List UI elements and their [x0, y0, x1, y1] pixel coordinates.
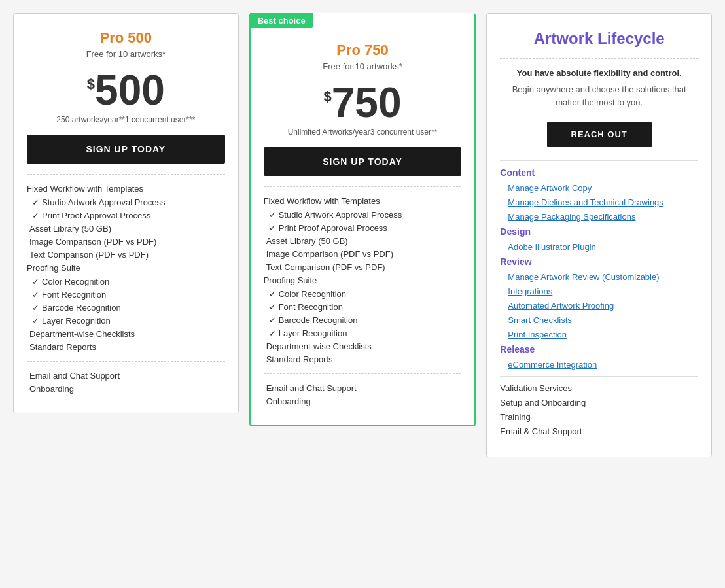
check-icon: ✓	[32, 198, 39, 207]
pro750-barcode-recognition: ✓Barcode Recognition	[264, 315, 462, 325]
pro750-dept-checklists: Department-wise Checklists	[264, 341, 462, 351]
pro750-proofing-label: Proofing Suite	[264, 275, 462, 285]
best-choice-badge: Best choice	[250, 13, 313, 28]
lifecycle-print-inspection[interactable]: Print Inspection	[500, 330, 698, 339]
reach-out-button[interactable]: REACH OUT	[547, 122, 652, 147]
check-icon: ✓	[269, 210, 276, 220]
pro750-standard-reports: Standard Reports	[264, 355, 462, 364]
pricing-container: Pro 500 Free for 10 artworks* $ 500 250 …	[13, 13, 712, 457]
pro500-color-recognition: ✓Color Recognition	[27, 277, 225, 286]
lifecycle-tagline: You have absolute flexibility and contro…	[500, 68, 698, 78]
pro500-card: Pro 500 Free for 10 artworks* $ 500 250 …	[13, 13, 239, 413]
lifecycle-manage-packaging[interactable]: Manage Packaging Specifications	[500, 212, 698, 222]
pro750-title: Pro 750	[264, 29, 462, 59]
pro750-onboarding: Onboarding	[264, 396, 462, 406]
lifecycle-review-title: Review	[500, 256, 698, 267]
lifecycle-design-title: Design	[500, 226, 698, 237]
pro500-proofing-label: Proofing Suite	[27, 263, 225, 273]
pro500-studio-approval: ✓Studio Artwork Approval Process	[27, 198, 225, 207]
pro500-image-comparison: Image Comparison (PDF vs PDF)	[27, 237, 225, 247]
pro750-subtitle: Free for 10 artworks*	[264, 61, 462, 71]
check-icon: ✓	[269, 289, 276, 299]
lifecycle-title: Artwork Lifecycle	[500, 29, 698, 48]
lifecycle-desc: Begin anywhere and choose the solutions …	[500, 83, 698, 109]
pro750-color-recognition: ✓Color Recognition	[264, 289, 462, 299]
check-icon: ✓	[32, 316, 39, 326]
lifecycle-card: Artwork Lifecycle You have absolute flex…	[486, 13, 712, 457]
pro750-amount: 750	[332, 82, 402, 124]
check-icon: ✓	[269, 302, 276, 312]
pro500-font-recognition: ✓Font Recognition	[27, 290, 225, 300]
lifecycle-manage-artwork-copy[interactable]: Manage Artwork Copy	[500, 183, 698, 193]
lifecycle-ecommerce[interactable]: eCommerce Integration	[500, 360, 698, 370]
check-icon: ✓	[269, 328, 276, 338]
pro500-price-desc: 250 artworks/year**1 concurrent user***	[27, 115, 225, 124]
lifecycle-automated-proofing[interactable]: Automated Artwork Proofing	[500, 301, 698, 311]
lifecycle-divider-top	[500, 58, 698, 59]
pro750-email-support: Email and Chat Support	[264, 383, 462, 393]
pro500-amount: 500	[95, 69, 165, 111]
pro750-fixed-workflow-label: Fixed Workflow with Templates	[264, 196, 462, 206]
pro500-barcode-recognition: ✓Barcode Recognition	[27, 303, 225, 313]
pro500-dept-checklists: Department-wise Checklists	[27, 329, 225, 339]
check-icon: ✓	[269, 315, 276, 325]
pro750-text-comparison: Text Comparison (PDF vs PDF)	[264, 262, 462, 272]
pro750-studio-approval: ✓Studio Artwork Approval Process	[264, 210, 462, 220]
pro500-standard-reports: Standard Reports	[27, 342, 225, 352]
lifecycle-validation-services: Validation Services	[500, 383, 698, 393]
pro750-asset-library: Asset Library (50 GB)	[264, 236, 462, 246]
pro750-divider-top	[264, 186, 462, 187]
check-icon: ✓	[32, 211, 39, 220]
pro500-layer-recognition: ✓Layer Recognition	[27, 316, 225, 326]
check-icon: ✓	[32, 303, 39, 313]
lifecycle-setup-onboarding: Setup and Onboarding	[500, 398, 698, 407]
pro500-fixed-workflow-label: Fixed Workflow with Templates	[27, 184, 225, 194]
pro500-title: Pro 500	[27, 29, 225, 46]
pro750-card: Best choice Pro 750 Free for 10 artworks…	[249, 13, 476, 426]
pro750-font-recognition: ✓Font Recognition	[264, 302, 462, 312]
pro500-asset-library: Asset Library (50 GB)	[27, 224, 225, 233]
pro500-onboarding: Onboarding	[27, 384, 225, 394]
pro500-price-row: $ 500	[27, 69, 225, 111]
lifecycle-manage-dielines[interactable]: Manage Dielines and Technical Drawings	[500, 198, 698, 207]
check-icon: ✓	[32, 290, 39, 300]
check-icon: ✓	[32, 277, 39, 286]
lifecycle-integrations[interactable]: Integrations	[500, 286, 698, 296]
pro750-divider-bottom	[264, 373, 462, 374]
pro500-signup-button[interactable]: SIGN UP TODAY	[27, 135, 225, 164]
lifecycle-training: Training	[500, 412, 698, 422]
pro750-print-proof: ✓Print Proof Approval Process	[264, 223, 462, 233]
lifecycle-divider-content	[500, 160, 698, 161]
pro750-layer-recognition: ✓Layer Recognition	[264, 328, 462, 338]
lifecycle-release-title: Release	[500, 344, 698, 355]
pro750-price-desc: Unlimited Artworks/year3 concurrent user…	[264, 128, 462, 137]
lifecycle-divider-plain	[500, 376, 698, 377]
pro500-text-comparison: Text Comparison (PDF vs PDF)	[27, 250, 225, 260]
pro500-email-support: Email and Chat Support	[27, 371, 225, 381]
pro500-subtitle: Free for 10 artworks*	[27, 49, 225, 59]
pro750-image-comparison: Image Comparison (PDF vs PDF)	[264, 249, 462, 259]
pro750-price-row: $ 750	[264, 82, 462, 124]
pro500-divider-top	[27, 174, 225, 175]
pro500-dollar: $	[87, 76, 95, 93]
pro500-print-proof: ✓Print Proof Approval Process	[27, 211, 225, 220]
check-icon: ✓	[269, 223, 276, 233]
pro750-dollar: $	[323, 88, 331, 105]
pro500-divider-bottom	[27, 361, 225, 362]
lifecycle-email-chat-support: Email & Chat Support	[500, 426, 698, 436]
lifecycle-manage-artwork-review[interactable]: Manage Artwork Review (Customizable)	[500, 272, 698, 282]
lifecycle-adobe-plugin[interactable]: Adobe Illustrator Plugin	[500, 242, 698, 252]
lifecycle-smart-checklists[interactable]: Smart Checklists	[500, 315, 698, 325]
lifecycle-content-title: Content	[500, 167, 698, 178]
pro750-signup-button[interactable]: SIGN UP TODAY	[264, 147, 462, 176]
